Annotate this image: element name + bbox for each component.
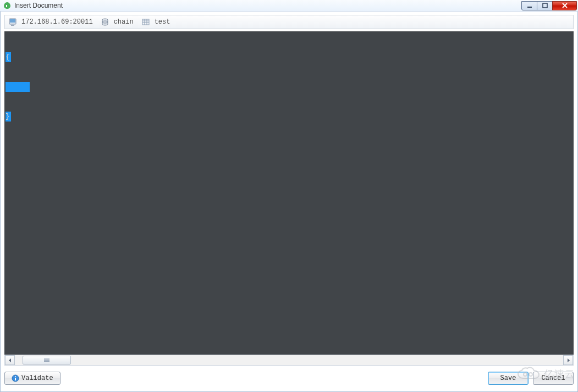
database-icon: [101, 18, 109, 26]
database-name: chain: [114, 18, 134, 26]
svg-rect-1: [543, 3, 547, 8]
app-icon: [3, 2, 11, 9]
scroll-thumb[interactable]: [23, 356, 71, 365]
collection-name: test: [155, 18, 170, 26]
server-address: 172.168.1.69:20011: [21, 18, 93, 26]
titlebar-left: Insert Document: [3, 2, 63, 9]
path-bar: 172.168.1.69:20011 chain test: [4, 15, 574, 29]
editor-content[interactable]: { }: [4, 31, 574, 142]
svg-rect-7: [142, 19, 149, 25]
svg-rect-14: [15, 378, 16, 380]
validate-label: Validate: [21, 374, 53, 382]
save-label: Save: [500, 374, 516, 382]
editor-line-1: {: [5, 53, 10, 61]
minimize-button[interactable]: [521, 1, 537, 10]
validate-button[interactable]: Validate: [4, 372, 60, 385]
window-controls: [522, 1, 577, 10]
editor-line-3: }: [5, 112, 10, 120]
info-icon: [12, 374, 19, 382]
svg-rect-0: [527, 7, 532, 8]
scroll-left-button[interactable]: [5, 355, 15, 365]
scroll-right-button[interactable]: [563, 355, 573, 365]
scroll-track[interactable]: [15, 355, 563, 365]
code-editor[interactable]: { }: [4, 31, 574, 355]
cancel-button[interactable]: Cancel: [533, 372, 574, 385]
server-icon: [8, 18, 17, 26]
close-button[interactable]: [552, 1, 577, 10]
maximize-button[interactable]: [537, 1, 553, 10]
window-body: 172.168.1.69:20011 chain test { }: [0, 12, 578, 392]
collection-icon: [141, 18, 150, 26]
footer: Validate Save Cancel: [4, 366, 574, 388]
svg-rect-4: [11, 25, 14, 26]
window-title: Insert Document: [14, 2, 63, 9]
horizontal-scrollbar[interactable]: [4, 355, 574, 366]
editor-line-2: [5, 82, 30, 92]
svg-point-13: [15, 376, 16, 377]
titlebar: Insert Document: [0, 0, 578, 12]
save-button[interactable]: Save: [488, 372, 529, 385]
cancel-label: Cancel: [541, 374, 565, 382]
svg-rect-3: [10, 19, 15, 23]
